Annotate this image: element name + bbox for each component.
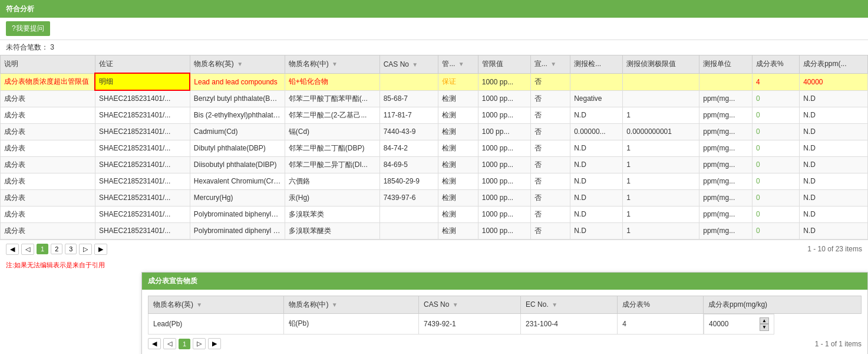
cell-evidence: SHAEC2185231401/...	[95, 140, 190, 156]
cell-component-pct: 0	[753, 206, 800, 222]
cell-substance-en: Mercury(Hg)	[190, 189, 285, 206]
cell-detect-limit	[623, 90, 699, 107]
cell-substance-cn: 多溴联苯类	[285, 206, 379, 222]
cell-substance-en: Diisobutyl phthalate(DIBP)	[190, 156, 285, 173]
cell-admin: 检测	[438, 222, 478, 239]
cell-substance-cn: 邻苯二甲酸二(2-乙基己...	[285, 107, 379, 123]
non-conform-count-row: 未符合笔数： 3	[0, 40, 868, 55]
col-admin: 管... ▼	[438, 55, 478, 74]
popup-col-substance-cn: 物质名称(中) ▼	[283, 296, 419, 313]
cell-detect-limit: 1	[623, 140, 699, 156]
page-first-btn[interactable]: ◀	[6, 244, 19, 255]
popup-page-prev-btn[interactable]: ◁	[163, 338, 176, 349]
popup-table-body: Lead(Pb)铅(Pb)7439-92-1231-100-4440000▲▼	[148, 313, 862, 335]
table-header-row: 说明 佐证 物质名称(英) ▼ 物质名称(中) ▼ CAS No ▼	[1, 55, 868, 74]
table-row: 成分表SHAEC2185231401/...Dibutyl phthalate(…	[1, 140, 868, 156]
cell-evidence: SHAEC2185231401/...	[95, 189, 190, 206]
cell-substance-en: Bis (2-ethylhexyl)phthalate(DEHP)	[190, 107, 285, 123]
filter-cas-no-icon[interactable]: ▼	[412, 61, 418, 68]
cell-detect-limit: 1	[623, 107, 699, 123]
cell-limit: 1000 pp...	[478, 173, 530, 189]
filter-substance-cn-icon[interactable]: ▼	[332, 61, 338, 67]
page-3-btn[interactable]: 3	[65, 244, 77, 254]
page-1-btn[interactable]: 1	[37, 244, 48, 254]
col-substance-en: 物质名称(英) ▼	[190, 55, 285, 74]
cell-admin: 保证	[438, 73, 478, 90]
question-button[interactable]: ?我要提问	[6, 21, 50, 36]
cell-detect-limit: 1	[623, 222, 699, 239]
cell-declare: 否	[530, 140, 570, 156]
spin-buttons: ▲▼	[760, 317, 769, 331]
cell-evidence[interactable]: 明细	[95, 73, 190, 90]
cell-declare: 否	[530, 206, 570, 222]
cell-admin: 检测	[438, 206, 478, 222]
cell-detect-unit: ppm(mg...	[699, 90, 753, 107]
cell-declare: 否	[530, 156, 570, 173]
cell-component-ppm: N.D	[800, 206, 868, 222]
cell-detect-report: N.D	[570, 189, 623, 206]
page-2-btn[interactable]: 2	[51, 244, 62, 254]
popup-page-1-btn[interactable]: 1	[179, 339, 190, 349]
cell-detect-limit: 1	[623, 206, 699, 222]
cell-detect-report: N.D	[570, 206, 623, 222]
cell-admin: 检测	[438, 173, 478, 189]
filter-declare-icon[interactable]: ▼	[550, 61, 556, 67]
popup-page-first-btn[interactable]: ◀	[148, 338, 161, 349]
cell-detect-unit: ppm(mg...	[699, 173, 753, 189]
cell-limit: 1000 pp...	[478, 73, 530, 90]
col-description: 说明	[1, 55, 95, 74]
cell-description: 成分表	[1, 123, 95, 140]
col-evidence: 佐证	[95, 55, 190, 74]
cell-detect-limit	[623, 73, 699, 90]
app-title: 符合分析	[6, 5, 34, 13]
cell-detect-unit: ppm(mg...	[699, 206, 753, 222]
col-limit: 管限值	[478, 55, 530, 74]
popup-page-last-btn[interactable]: ▶	[208, 338, 221, 349]
cell-limit: 1000 pp...	[478, 156, 530, 173]
page-next-btn[interactable]: ▷	[79, 244, 92, 255]
cell-detect-report: N.D	[570, 222, 623, 239]
spin-up-btn[interactable]: ▲	[760, 317, 769, 324]
cell-limit: 100 pp...	[478, 123, 530, 140]
cell-description: 成分表	[1, 156, 95, 173]
popup-filter-ec-no-icon[interactable]: ▼	[552, 301, 557, 308]
popup-col-ec-no: EC No. ▼	[521, 296, 618, 313]
popup-pagination-summary: 1 - 1 of 1 items	[815, 340, 862, 348]
popup-col-component-pct: 成分表%	[618, 296, 704, 313]
popup-panel: 成分表宣告物质 物质名称(英) ▼ 物质名称(中) ▼	[141, 272, 868, 355]
cell-cas-no: 18540-29-9	[379, 173, 438, 189]
cell-detect-unit: ppm(mg...	[699, 107, 753, 123]
popup-cell-substance-en: Lead(Pb)	[148, 313, 284, 335]
filter-substance-en-icon[interactable]: ▼	[237, 61, 243, 67]
popup-page-next-btn[interactable]: ▷	[193, 338, 206, 349]
cell-declare: 否	[530, 222, 570, 239]
popup-cell-cas-no: 7439-92-1	[419, 313, 521, 335]
cell-substance-en: Lead and lead compounds	[190, 73, 285, 90]
table-row: 成分表SHAEC2185231401/...Mercury(Hg)汞(Hg)74…	[1, 189, 868, 206]
cell-admin: 检测	[438, 189, 478, 206]
non-conform-label: 未符合笔数：	[6, 43, 48, 51]
popup-filter-cas-no-icon[interactable]: ▼	[453, 301, 458, 308]
spin-down-btn[interactable]: ▼	[760, 324, 769, 331]
cell-detect-unit	[699, 73, 753, 90]
pagination-controls: ◀ ◁ 1 2 3 ▷ ▶	[6, 244, 107, 255]
cell-component-ppm: N.D	[800, 90, 868, 107]
filter-admin-icon[interactable]: ▼	[458, 61, 464, 67]
table-row: 成分表SHAEC2185231401/...Cadmium(Cd)镉(Cd)74…	[1, 123, 868, 140]
page-prev-btn[interactable]: ◁	[21, 244, 34, 255]
popup-filter-substance-en-icon[interactable]: ▼	[196, 301, 202, 308]
cell-admin: 检测	[438, 123, 478, 140]
cell-detect-limit: 0.0000000001	[623, 123, 699, 140]
popup-header: 成分表宣告物质	[142, 273, 867, 290]
main-container: ?我要提问 未符合笔数： 3 说明 佐证 物质名称(英) ▼ 物质名称(中) ▼	[0, 18, 868, 354]
page-last-btn[interactable]: ▶	[94, 244, 107, 255]
cell-description: 成分表物质浓度超出管限值	[1, 73, 95, 90]
cell-substance-cn: 多溴联苯醚类	[285, 222, 379, 239]
cell-evidence: SHAEC2185231401/...	[95, 90, 190, 107]
cell-detect-unit: ppm(mg...	[699, 189, 753, 206]
cell-evidence: SHAEC2185231401/...	[95, 123, 190, 140]
toolbar: ?我要提问	[0, 18, 868, 40]
popup-filter-substance-cn-icon[interactable]: ▼	[332, 301, 338, 308]
cell-description: 成分表	[1, 140, 95, 156]
cell-declare: 否	[530, 90, 570, 107]
